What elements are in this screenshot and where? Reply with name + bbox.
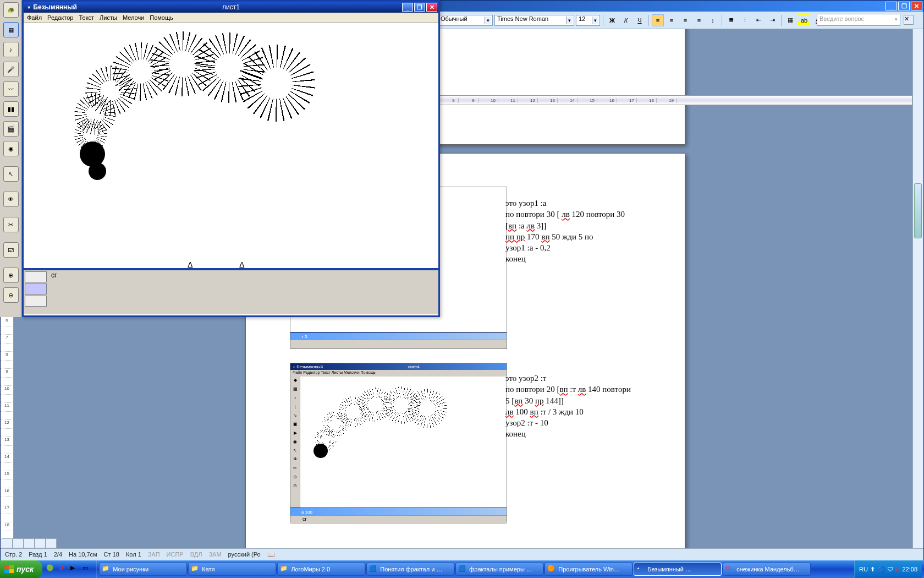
- minimize-button[interactable]: _: [402, 3, 413, 12]
- music-icon[interactable]: ♪: [3, 42, 19, 57]
- disc-icon[interactable]: ◉: [3, 141, 19, 156]
- logoworlds-menubar[interactable]: Файл Редактор Текст Листы Мелочи Помощь: [24, 13, 438, 23]
- embedded-canvas: [300, 377, 507, 508]
- align-right-button[interactable]: ≡: [679, 14, 691, 26]
- outline-view-button[interactable]: [35, 538, 46, 548]
- menu-text[interactable]: Текст: [79, 14, 94, 21]
- scrollbar-thumb[interactable]: [914, 183, 922, 238]
- turtle-icon[interactable]: 🐢: [3, 2, 19, 18]
- start-button[interactable]: пуск: [0, 560, 42, 578]
- menu-editor[interactable]: Редактор: [47, 14, 73, 21]
- reading-view-button[interactable]: [46, 538, 57, 548]
- bold-button[interactable]: Ж: [606, 14, 618, 26]
- ask-question-box[interactable]: Введите вопрос: [817, 14, 900, 26]
- task-button[interactable]: 📁Мои рисунки: [99, 563, 187, 576]
- stamp-icon[interactable]: 🖃: [3, 242, 19, 258]
- taskbar: пуск 🟢 O ▶ ▭ 📁Мои рисунки 📁Катя 📁ЛогоМир…: [0, 560, 924, 578]
- task-button[interactable]: 📁Катя: [188, 563, 276, 576]
- align-justify-button[interactable]: ≡: [693, 14, 705, 26]
- mic-icon[interactable]: 🎤: [3, 62, 19, 77]
- word-view-buttons[interactable]: [2, 538, 57, 548]
- camera-icon[interactable]: ▮▮: [3, 101, 19, 117]
- show-desktop-icon[interactable]: ▭: [82, 564, 93, 575]
- maximize-button[interactable]: ❐: [898, 2, 910, 10]
- close-button[interactable]: ✕: [426, 3, 437, 12]
- word-status-bar: Стр. 2 Разд 1 2/4 На 10,7см Ст 18 Кол 1 …: [1, 548, 923, 560]
- embedded-menubar: Файл Редактор Текст Листы Меловчи Помощь: [290, 370, 507, 377]
- task-button[interactable]: 🟦фракталы примеры …: [455, 563, 543, 576]
- command-input[interactable]: сг: [48, 270, 438, 314]
- status-at: На 10,7см: [69, 551, 97, 558]
- font-select[interactable]: Times New Roman: [494, 15, 574, 26]
- font-size-select[interactable]: 12: [576, 15, 600, 26]
- quick-launch-item[interactable]: O: [58, 564, 69, 575]
- maximize-button[interactable]: ❐: [414, 3, 425, 12]
- doc-code-block-1[interactable]: это узор1 :а по повтори 30 [ лв 120 повт…: [505, 198, 665, 265]
- zoom-in-icon[interactable]: ⊕: [3, 268, 19, 283]
- outdent-button[interactable]: ⇤: [752, 14, 765, 26]
- svg-rect-0: [4, 565, 9, 569]
- normal-view-button[interactable]: [2, 538, 13, 548]
- task-button[interactable]: Oснежинка Мандельб…: [723, 563, 811, 576]
- tray-icon[interactable]: O: [895, 566, 900, 572]
- highlight-button[interactable]: ab: [798, 14, 810, 26]
- chevron-down-icon: [485, 17, 491, 24]
- style-select[interactable]: Обычный: [438, 15, 493, 26]
- bullets-button[interactable]: ⋮: [739, 14, 751, 26]
- grid-icon[interactable]: ▦: [3, 22, 19, 37]
- logoworlds-title: ⋆ Безымянный: [27, 3, 77, 11]
- print-view-button[interactable]: [24, 538, 35, 548]
- status-ovr: ЗАМ: [208, 551, 221, 558]
- cmd-tool-3[interactable]: [25, 296, 47, 307]
- quick-launch-item[interactable]: 🟢: [46, 564, 57, 575]
- logoworlds-titlebar[interactable]: ⋆ Безымянный лист1 _ ❐ ✕: [24, 2, 438, 13]
- underline-button[interactable]: Ч: [634, 14, 646, 26]
- movie-icon[interactable]: 🎬: [3, 121, 19, 137]
- align-center-button[interactable]: ≡: [666, 14, 678, 26]
- numbering-button[interactable]: ≣: [725, 14, 737, 26]
- system-tray[interactable]: RU ⬆ 🔵 🛡 O 22:08: [854, 560, 922, 578]
- minimize-button[interactable]: _: [886, 2, 897, 10]
- menu-file[interactable]: Файл: [27, 14, 42, 21]
- turtle-cursor-icon: ᐃ ᐃ: [188, 260, 267, 269]
- vertical-scrollbar[interactable]: [912, 29, 923, 548]
- doc-code-block-2[interactable]: это узор2 :т по повтори 20 [вп :т лв 140…: [505, 373, 665, 440]
- cmd-tool-1[interactable]: [25, 271, 47, 282]
- align-left-button[interactable]: ≡: [652, 14, 664, 26]
- menu-misc[interactable]: Мелочи: [123, 14, 144, 21]
- embedded-titlebar-area: т 3: [290, 332, 507, 340]
- close-subwindow-button[interactable]: ✕: [904, 15, 914, 25]
- arrow-icon[interactable]: ↖: [3, 166, 19, 182]
- menu-sheets[interactable]: Листы: [100, 14, 117, 21]
- task-button[interactable]: 📁ЛогоМиры 2.0: [277, 563, 365, 576]
- indent-button[interactable]: ⇥: [766, 14, 778, 26]
- tray-icon[interactable]: ⬆: [870, 566, 875, 573]
- task-button[interactable]: 🟠Проигрыватель Win…: [544, 563, 632, 576]
- italic-button[interactable]: К: [620, 14, 632, 26]
- wmp-icon: 🟠: [547, 565, 556, 574]
- status-rec: ЗАП: [148, 551, 160, 558]
- task-button-active[interactable]: ⋆Безымянный …: [634, 563, 722, 576]
- borders-button[interactable]: ▦: [784, 14, 796, 26]
- logoworlds-canvas[interactable]: ᐃ ᐃ: [24, 23, 438, 270]
- word-icon: 🟦: [458, 565, 467, 574]
- menu-help[interactable]: Помощь: [150, 14, 173, 21]
- vertical-ruler-lower[interactable]: 67 89 1011 1213 1415 1617 1819: [1, 318, 14, 548]
- line-spacing-button[interactable]: ↕: [707, 14, 719, 26]
- eye-icon[interactable]: 👁: [3, 192, 19, 207]
- cmd-tool-2[interactable]: [25, 283, 47, 295]
- broom-icon[interactable]: 〰: [3, 81, 19, 97]
- tray-icon[interactable]: 🛡: [887, 566, 893, 572]
- tray-clock[interactable]: 22:08: [902, 566, 917, 572]
- chevron-down-icon: [592, 17, 598, 24]
- scissors-icon[interactable]: ✂: [3, 217, 19, 232]
- quick-launch-item[interactable]: ▶: [70, 564, 81, 575]
- task-button[interactable]: 🟦Понятия фрактал и …: [366, 563, 454, 576]
- zoom-out-icon[interactable]: ⊖: [3, 287, 19, 303]
- web-view-button[interactable]: [13, 538, 24, 548]
- lang-indicator[interactable]: RU: [859, 566, 868, 572]
- tray-icon[interactable]: 🔵: [877, 566, 885, 573]
- chevron-down-icon: [566, 17, 573, 24]
- close-button[interactable]: ✕: [911, 2, 922, 10]
- status-ext: ВДЛ: [190, 551, 202, 558]
